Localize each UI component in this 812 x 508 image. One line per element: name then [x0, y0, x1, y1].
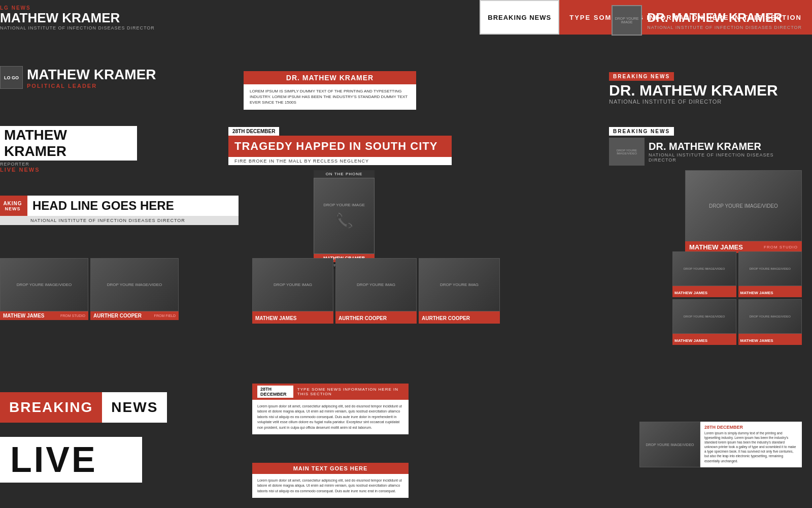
right-breaking-sub: NATIONAL INSTITUTE OF DIRECTOR	[609, 99, 802, 105]
vg-from-2: FROM FIELD	[154, 314, 176, 318]
bhb-label-line1: AKING	[3, 201, 22, 206]
vgr-item-3: DROP YOURE IMAGE/VIDEO MATHEW JAMES	[672, 299, 736, 345]
right-breaking-tag: BREAKING NEWS	[609, 72, 674, 81]
rwi-sub: NATIONAL INSTITUTE OF INFECTION DISEASES…	[649, 152, 802, 163]
vgc-item-2: DROP YOURE IMAG AURTHER COOPER	[335, 258, 417, 324]
rlv-name: MATHEW JAMES	[689, 243, 764, 251]
bhb-headline: HEAD LINE GOES HERE	[25, 196, 239, 216]
bcm-header: MAIN TEXT GOES HERE	[252, 463, 409, 474]
vg-bar-2: AURTHER COOPER FROM FIELD	[90, 311, 179, 320]
topleft-name: MATHEW KRAMER	[0, 11, 162, 25]
blb-news: NEWS	[102, 392, 167, 423]
reporter-live: LIVE NEWS	[0, 167, 137, 173]
video-grid-right: DROP YOURE IMAGE/VIDEO MATHEW JAMES DROP…	[672, 251, 802, 347]
vgr-name-1: MATHEW JAMES	[674, 291, 707, 295]
reporter-role: REPORTER	[0, 162, 137, 167]
reporter-lower-third: MATHEW KRAMER REPORTER LIVE NEWS	[0, 126, 137, 173]
tragedy-sub: FIRE BROKE IN THE MALL BY RECLESS NEGLEN…	[228, 157, 452, 165]
vgc-img-3: DROP YOURE IMAG	[419, 258, 500, 311]
logo-subtitle: POLITICAL LEADER	[27, 83, 156, 89]
vgr-item-4: DROP YOURE IMAGE/VIDEO MATHEW JAMES	[738, 299, 802, 345]
vg-name-2: AURTHER COOPER	[93, 313, 154, 319]
phone-overlay: ON THE PHONE DROP YOURE IMAGE 📞 MATHEW C…	[314, 170, 375, 269]
vgr-img-3: DROP YOURE IMAGE/VIDEO	[672, 299, 736, 334]
topleft-lower-third: LG NEWS MATHEW KRAMER NATIONAL INSTITUTE…	[0, 5, 162, 30]
vgc-name-1: MATHEW JAMES	[255, 315, 296, 321]
video-grid-left: DROP YOURE IMAGE/VIDEO MATHEW JAMES FROM…	[0, 258, 179, 320]
right-large-video: DROP YOURE IMAGE/VIDEO MATHEW JAMES FROM…	[685, 170, 802, 253]
bcc-body: Lorem ipsum dolor sit amet, consectetur …	[252, 400, 409, 435]
tragedy-date: 28TH DECEMBER	[228, 127, 279, 136]
right-breaking-name: DR. MATHEW KRAMER	[609, 82, 802, 99]
reporter-name: MATHEW KRAMER	[0, 126, 137, 161]
vg-name-1: MATHEW JAMES	[3, 313, 60, 319]
ticker-breaking-label: BREAKING NEWS	[480, 0, 559, 35]
vgr-row-1: DROP YOURE IMAGE/VIDEO MATHEW JAMES DROP…	[672, 251, 802, 297]
phone-tag: ON THE PHONE	[314, 170, 375, 178]
brc-text: 28TH DECEMBER Lorem ipsum is simply dumm…	[700, 422, 802, 467]
vgc-bar-2: AURTHER COOPER	[335, 311, 417, 324]
vgr-item-2: DROP YOURE IMAGE/VIDEO MATHEW JAMES	[738, 251, 802, 297]
rwi-tag: BREAKING NEWS	[609, 127, 674, 136]
vgc-img-2: DROP YOURE IMAG	[335, 258, 417, 311]
vgr-name-3: MATHEW JAMES	[674, 338, 707, 343]
right-breaking-news: BREAKING NEWS DR. MATHEW KRAMER NATIONAL…	[609, 71, 802, 105]
vgr-bar-1: MATHEW JAMES	[672, 286, 736, 297]
rlv-from-tag: FROM STUDIO	[764, 245, 798, 249]
bottom-right-card: DROP YOURE IMAGE/VIDEO 28TH DECEMBER Lor…	[639, 422, 802, 467]
center-name-card: DR. MATHEW KRAMER LOREM IPSUM IS SIMPLY …	[244, 71, 416, 110]
vg-img-1: DROP YOURE IMAGE/VIDEO	[0, 258, 88, 311]
video-left-2: DROP YOURE IMAGE/VIDEO AURTHER COOPER FR…	[90, 258, 179, 320]
vgr-row-2: DROP YOURE IMAGE/VIDEO MATHEW JAMES DROP…	[672, 299, 802, 345]
bcc-sub: TYPE SOME NEWS INFORMATION HERE IN THIS …	[297, 387, 403, 396]
blb-boxes: BREAKING NEWS	[0, 392, 142, 423]
bhb-label-line2: NEWS	[5, 206, 21, 211]
vgc-item-3: DROP YOURE IMAG AURTHER COOPER	[419, 258, 500, 324]
topright-image: DROP YOURE IMAGE	[612, 5, 642, 36]
vgr-name-2: MATHEW JAMES	[740, 291, 773, 295]
bottom-live-banner: LIVE	[0, 437, 142, 483]
center-card-header: DR. MATHEW KRAMER	[244, 71, 416, 84]
bhb-sub: NATIONAL INSTITUTE OF INFECTION DISEASES…	[0, 216, 239, 225]
breaking-headline-bar: AKING NEWS HEAD LINE GOES HERE NATIONAL …	[0, 196, 239, 225]
rlv-image: DROP YOURE IMAGE/VIDEO	[685, 170, 802, 241]
vgr-name-4: MATHEW JAMES	[740, 338, 773, 343]
bhb-breaking-label: AKING NEWS	[0, 196, 25, 216]
bottom-center-main: MAIN TEXT GOES HERE Lorem ipsum dolor si…	[252, 463, 409, 498]
video-grid-center: DROP YOURE IMAG MATHEW JAMES DROP YOURE …	[252, 258, 500, 324]
logo-box: LO GO	[0, 66, 23, 89]
bottom-breaking-banner: BREAKING NEWS	[0, 392, 142, 423]
center-card-body: LOREM IPSUM IS SIMPLY DUMMY TEXT OF THE …	[244, 84, 416, 110]
vgr-bar-2: MATHEW JAMES	[738, 286, 802, 297]
right-image-lower-third: BREAKING NEWS DROP YOURE IMAGE/VIDEO DR.…	[609, 126, 802, 166]
topright-lower-third: DROP YOURE IMAGE DR. MATHEW KRAMER NATIO…	[612, 5, 802, 36]
logo-lower-third: LO GO MATHEW KRAMER POLITICAL LEADER	[0, 66, 156, 89]
bcc-header: 28TH DECEMBER TYPE SOME NEWS INFORMATION…	[252, 384, 409, 400]
brc-date: 28TH DECEMBER	[704, 425, 798, 430]
rwi-image: DROP YOURE IMAGE/VIDEO	[609, 138, 645, 166]
tragedy-headline-bar: 28TH DECEMBER TRAGEDY HAPPED IN SOUTH CI…	[228, 126, 452, 165]
brc-body: Lorem ipsum is simply dummy text of the …	[704, 431, 798, 463]
vgc-bar-1: MATHEW JAMES	[252, 311, 333, 324]
bottom-center-card: 28TH DECEMBER TYPE SOME NEWS INFORMATION…	[252, 384, 409, 435]
phone-image-text: DROP YOURE IMAGE	[323, 203, 365, 207]
vg-img-2: DROP YOURE IMAGE/VIDEO	[90, 258, 179, 311]
vgc-bar-3: AURTHER COOPER	[419, 311, 500, 324]
vg-from-1: FROM STUDIO	[60, 314, 85, 318]
vgr-bar-3: MATHEW JAMES	[672, 334, 736, 345]
logo-name: MATHEW KRAMER	[27, 67, 156, 83]
vgr-img-4: DROP YOURE IMAGE/VIDEO	[738, 299, 802, 334]
video-left-1: DROP YOURE IMAGE/VIDEO MATHEW JAMES FROM…	[0, 258, 88, 320]
blb-breaking: BREAKING	[0, 392, 102, 423]
vgr-item-1: DROP YOURE IMAGE/VIDEO MATHEW JAMES	[672, 251, 736, 297]
bll-live-text: LIVE	[10, 442, 132, 478]
rwi-name: DR. MATHEW KRAMER	[649, 141, 802, 152]
phone-icon: 📞	[335, 212, 353, 229]
vgc-img-1: DROP YOURE IMAG	[252, 258, 333, 311]
bcc-date: 28TH DECEMBER	[257, 386, 293, 398]
vgr-img-2: DROP YOURE IMAGE/VIDEO	[738, 251, 802, 286]
vgc-name-3: AURTHER COOPER	[422, 315, 470, 321]
vgr-bar-4: MATHEW JAMES	[738, 334, 802, 345]
topleft-subtitle: NATIONAL INSTITUTE OF INFECTION DISEASES…	[0, 25, 162, 30]
vg-bar-1: MATHEW JAMES FROM STUDIO	[0, 311, 88, 320]
